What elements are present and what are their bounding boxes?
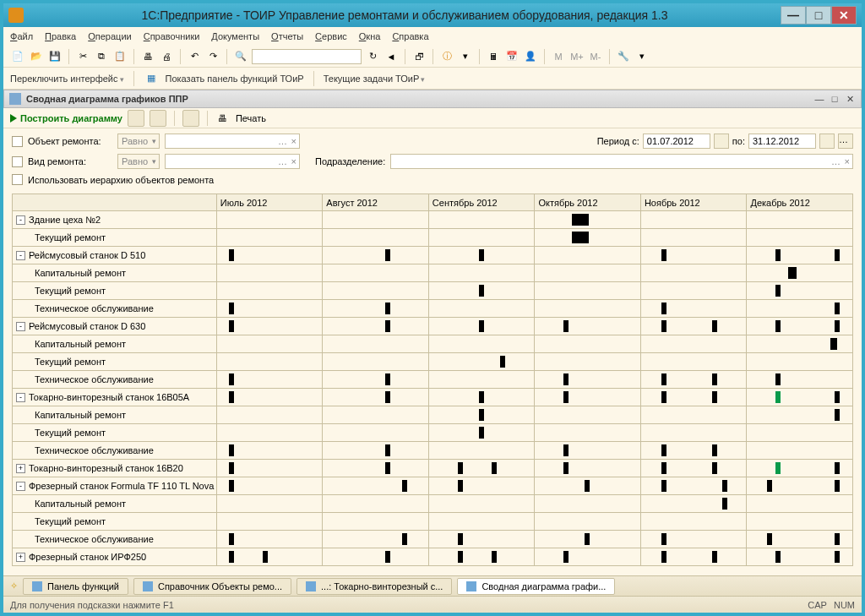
star-icon[interactable]: ✧	[10, 581, 18, 591]
gantt-bar[interactable]	[458, 533, 463, 545]
gantt-row[interactable]: Техническое обслуживание	[13, 371, 853, 389]
save-icon[interactable]: 💾	[47, 49, 63, 64]
gantt-bar[interactable]	[661, 533, 666, 545]
object-checkbox[interactable]	[12, 136, 23, 147]
gantt-bar[interactable]	[229, 373, 234, 385]
gantt-area[interactable]: Июль 2012Август 2012Сентябрь 2012Октябрь…	[3, 190, 862, 575]
settings-icon[interactable]: 🔧	[616, 49, 631, 64]
save-settings-button[interactable]	[182, 110, 199, 127]
gantt-bar[interactable]	[229, 444, 234, 456]
m-icon[interactable]: M	[551, 49, 566, 64]
gantt-row[interactable]: Капитальный ремонт	[13, 495, 853, 513]
menu-item[interactable]: Справочники	[144, 31, 200, 41]
gantt-bar[interactable]	[585, 533, 590, 545]
collapse-all-button[interactable]	[150, 110, 166, 127]
gantt-bar[interactable]	[229, 320, 234, 332]
gantt-bar[interactable]	[229, 533, 234, 545]
gantt-bar[interactable]	[712, 462, 717, 474]
gantt-bar[interactable]	[458, 480, 463, 492]
menu-item[interactable]: Правка	[45, 31, 76, 41]
gantt-bar[interactable]	[229, 249, 234, 261]
gantt-bar[interactable]	[722, 498, 727, 510]
menu-item[interactable]: Сервис	[315, 31, 347, 41]
window-tab[interactable]: Сводная диаграмма графи...	[457, 578, 615, 595]
gantt-row[interactable]: Техническое обслуживание	[13, 300, 853, 318]
gantt-bar[interactable]	[775, 249, 781, 261]
menu-item[interactable]: Справка	[392, 31, 428, 41]
gantt-row[interactable]: Капитальный ремонт	[13, 335, 853, 353]
back-icon[interactable]: ◄	[384, 49, 399, 64]
type-checkbox[interactable]	[12, 156, 23, 167]
menu-item[interactable]: Операции	[88, 31, 131, 41]
gantt-bar[interactable]	[385, 249, 390, 261]
print-button-label[interactable]: Печать	[236, 113, 266, 123]
gantt-bar[interactable]	[402, 480, 407, 492]
gantt-row[interactable]: +Токарно-винторезный станок 16В20	[13, 460, 853, 477]
cut-icon[interactable]: ✂	[75, 49, 90, 64]
gantt-bar[interactable]	[385, 551, 390, 563]
gantt-bar[interactable]	[402, 533, 407, 545]
hierarchy-checkbox[interactable]	[12, 174, 23, 185]
current-tasks-link[interactable]: Текущие задачи ТОиР▾	[324, 74, 426, 84]
gantt-bar[interactable]	[788, 267, 797, 279]
gantt-bar[interactable]	[563, 320, 569, 332]
period-picker-button[interactable]: …	[838, 134, 853, 149]
new-icon[interactable]: 📄	[10, 49, 25, 64]
gantt-bar[interactable]	[835, 409, 840, 421]
user-icon[interactable]: 👤	[523, 49, 538, 64]
panel-icon[interactable]: ▦	[144, 71, 159, 86]
gantt-bar[interactable]	[835, 480, 840, 492]
gantt-bar[interactable]	[563, 551, 569, 563]
gantt-bar[interactable]	[479, 409, 484, 421]
calc-icon[interactable]: 🖩	[486, 49, 501, 64]
gantt-row[interactable]: Капитальный ремонт	[13, 406, 853, 424]
tree-toggle-button[interactable]: -	[16, 393, 25, 402]
gantt-bar[interactable]	[835, 462, 840, 474]
tree-toggle-button[interactable]: -	[16, 322, 25, 331]
gantt-bar[interactable]	[712, 444, 717, 456]
gantt-bar[interactable]	[479, 285, 484, 297]
minimize-button[interactable]: —	[781, 6, 806, 25]
date-to-input[interactable]: 31.12.2012	[748, 134, 816, 149]
gantt-bar[interactable]	[229, 551, 234, 563]
gantt-bar[interactable]	[767, 480, 772, 492]
undo-icon[interactable]: ↶	[187, 49, 202, 64]
type-op-combo[interactable]: Равно	[117, 154, 160, 169]
gantt-bar[interactable]	[775, 391, 781, 403]
gantt-bar[interactable]	[229, 391, 234, 403]
gantt-bar[interactable]	[563, 462, 569, 474]
gantt-bar[interactable]	[835, 551, 840, 563]
gantt-row[interactable]: -Токарно-винторезный станок 16В05А	[13, 389, 853, 406]
copy-icon[interactable]: ⧉	[94, 49, 109, 64]
menu-item[interactable]: Файл	[10, 31, 33, 41]
gantt-bar[interactable]	[385, 391, 390, 403]
gantt-bar[interactable]	[572, 232, 589, 243]
window-tab[interactable]: Справочник Объекты ремо...	[133, 578, 291, 595]
print-icon[interactable]: 🖶	[140, 49, 155, 64]
gantt-bar[interactable]	[458, 462, 463, 474]
gantt-bar[interactable]	[229, 462, 234, 474]
info-icon[interactable]: ⓘ	[439, 49, 454, 64]
calendar-to-button[interactable]	[819, 134, 835, 149]
gantt-bar[interactable]	[385, 444, 390, 456]
gantt-bar[interactable]	[572, 214, 589, 226]
tree-toggle-button[interactable]: -	[16, 482, 25, 491]
gantt-bar[interactable]	[492, 462, 497, 474]
gantt-row[interactable]: Текущий ремонт	[13, 424, 853, 442]
type-input[interactable]: …×	[165, 154, 300, 169]
gantt-bar[interactable]	[661, 249, 666, 261]
gantt-bar[interactable]	[712, 391, 717, 403]
gantt-bar[interactable]	[775, 320, 781, 332]
menu-item[interactable]: Отчеты	[271, 31, 303, 41]
gantt-bar[interactable]	[563, 444, 569, 456]
gantt-bar[interactable]	[385, 373, 390, 385]
gantt-row[interactable]: Текущий ремонт	[13, 353, 853, 371]
window-tab[interactable]: ...: Токарно-винторезный с...	[296, 578, 452, 595]
gantt-bar[interactable]	[229, 480, 234, 492]
tree-toggle-button[interactable]: +	[16, 553, 25, 562]
search-input[interactable]	[252, 49, 362, 64]
gantt-bar[interactable]	[479, 320, 484, 332]
printer-icon[interactable]: 🖶	[215, 111, 231, 126]
gantt-bar[interactable]	[661, 303, 666, 314]
window-tab[interactable]: Панель функций	[23, 578, 128, 595]
